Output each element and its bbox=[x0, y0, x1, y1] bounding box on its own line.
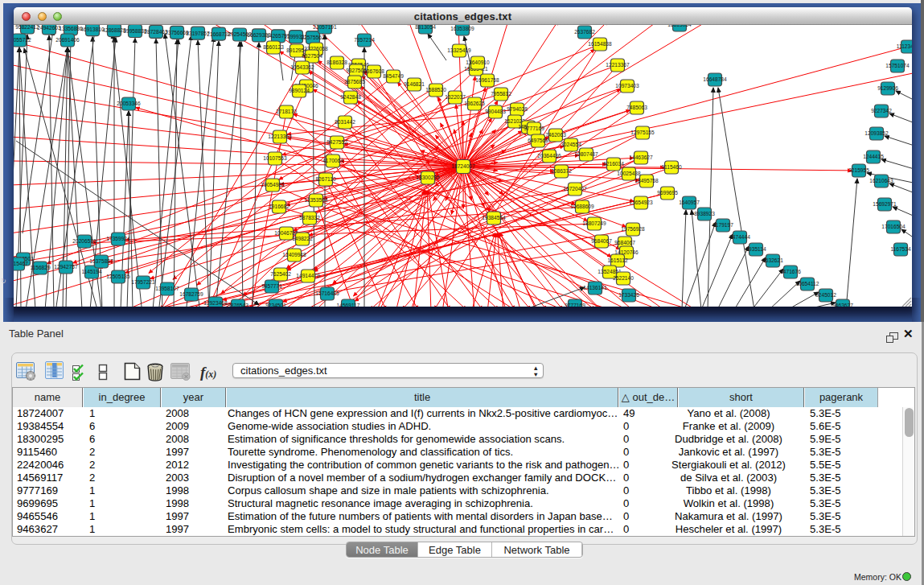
svg-text:9463627: 9463627 bbox=[832, 303, 853, 307]
svg-text:17016504: 17016504 bbox=[881, 224, 906, 229]
svg-text:9227342: 9227342 bbox=[871, 108, 892, 113]
svg-text:16210643: 16210643 bbox=[869, 178, 893, 183]
svg-text:13654923: 13654923 bbox=[629, 200, 653, 205]
svg-text:5878332: 5878332 bbox=[299, 215, 320, 220]
svg-text:16353809: 16353809 bbox=[450, 26, 474, 31]
svg-text:22575562: 22575562 bbox=[301, 35, 325, 40]
svg-text:9794028: 9794028 bbox=[507, 106, 528, 112]
svg-text:10046785: 10046785 bbox=[274, 230, 298, 236]
svg-text:16961758: 16961758 bbox=[475, 77, 499, 83]
svg-text:13958107: 13958107 bbox=[155, 286, 179, 291]
svg-text:8186328: 8186328 bbox=[326, 60, 347, 65]
svg-text:1322037: 1322037 bbox=[445, 94, 466, 100]
svg-text:3915467: 3915467 bbox=[14, 261, 28, 266]
svg-text:19756928: 19756928 bbox=[621, 226, 645, 232]
svg-text:1498222: 1498222 bbox=[292, 236, 313, 241]
svg-text:16720407: 16720407 bbox=[563, 186, 587, 192]
svg-text:9327504: 9327504 bbox=[302, 53, 322, 59]
svg-text:3875685: 3875685 bbox=[344, 79, 365, 84]
svg-text:12975155: 12975155 bbox=[630, 130, 655, 135]
svg-text:9684067: 9684067 bbox=[614, 240, 635, 245]
svg-text:20206576: 20206576 bbox=[72, 238, 97, 244]
svg-text:6497568: 6497568 bbox=[528, 138, 548, 143]
svg-text:2935114: 2935114 bbox=[745, 246, 766, 252]
svg-text:9245012: 9245012 bbox=[815, 292, 836, 298]
svg-text:11353594: 11353594 bbox=[305, 197, 328, 203]
svg-text:20691406: 20691406 bbox=[55, 37, 80, 43]
svg-text:6179197: 6179197 bbox=[713, 222, 733, 228]
svg-text:9684067: 9684067 bbox=[591, 238, 612, 244]
svg-text:9699695: 9699695 bbox=[657, 190, 678, 196]
svg-text:12505135: 12505135 bbox=[106, 274, 130, 279]
svg-text:12923468: 12923468 bbox=[203, 300, 228, 306]
svg-text:9234501: 9234501 bbox=[265, 303, 286, 307]
svg-text:1615112: 1615112 bbox=[607, 257, 628, 263]
svg-text:1156829: 1156829 bbox=[30, 265, 51, 270]
svg-text:17957223: 17957223 bbox=[131, 279, 155, 285]
svg-text:95822412: 95822412 bbox=[15, 25, 39, 30]
svg-text:18813054: 18813054 bbox=[667, 25, 692, 27]
svg-text:2086372: 2086372 bbox=[551, 168, 572, 174]
svg-text:14136141: 14136141 bbox=[583, 285, 607, 290]
svg-text:10543362: 10543362 bbox=[290, 64, 314, 70]
svg-text:1588520: 1588520 bbox=[425, 87, 446, 93]
svg-text:7462063: 7462063 bbox=[545, 132, 566, 138]
svg-text:10107553: 10107553 bbox=[263, 155, 287, 161]
svg-text:9146821: 9146821 bbox=[404, 81, 425, 87]
svg-text:1362625: 1362625 bbox=[464, 101, 485, 106]
svg-text:20053346: 20053346 bbox=[117, 101, 141, 106]
svg-text:6216034: 6216034 bbox=[603, 161, 624, 167]
svg-text:24055712: 24055712 bbox=[14, 37, 31, 43]
svg-text:12213367: 12213367 bbox=[606, 62, 630, 68]
svg-text:21057191: 21057191 bbox=[313, 25, 337, 30]
svg-text:9129906: 9129906 bbox=[877, 85, 898, 91]
svg-text:15692971: 15692971 bbox=[873, 201, 897, 207]
svg-text:18495758: 18495758 bbox=[634, 178, 659, 183]
svg-text:19384554: 19384554 bbox=[482, 215, 506, 220]
svg-text:1733426: 1733426 bbox=[618, 292, 639, 298]
svg-text:19054985: 19054985 bbox=[261, 182, 285, 187]
svg-text:8813054: 8813054 bbox=[415, 25, 436, 30]
svg-text:9427552: 9427552 bbox=[326, 139, 347, 145]
svg-text:10688609: 10688609 bbox=[570, 204, 594, 209]
svg-text:24942603: 24942603 bbox=[37, 25, 61, 31]
svg-text:8267110: 8267110 bbox=[315, 176, 336, 182]
svg-text:14914479: 14914479 bbox=[296, 273, 320, 278]
svg-text:9777169: 9777169 bbox=[524, 126, 544, 131]
svg-text:1145194: 1145194 bbox=[81, 269, 102, 274]
svg-text:14463627: 14463627 bbox=[629, 154, 653, 160]
svg-text:11123456: 11123456 bbox=[897, 43, 912, 49]
svg-text:12942757: 12942757 bbox=[54, 264, 78, 270]
svg-text:14569117: 14569117 bbox=[337, 303, 360, 307]
svg-text:9242848: 9242848 bbox=[340, 94, 361, 100]
svg-text:10973403: 10973403 bbox=[615, 83, 639, 89]
svg-text:13640910: 13640910 bbox=[466, 60, 490, 65]
svg-text:1916682: 1916682 bbox=[269, 204, 290, 209]
svg-text:1167534: 1167534 bbox=[890, 246, 911, 252]
svg-text:12093852: 12093852 bbox=[864, 130, 889, 136]
svg-text:3024554: 3024554 bbox=[561, 142, 581, 147]
svg-text:3215955: 3215955 bbox=[848, 167, 869, 173]
svg-text:46913810: 46913810 bbox=[80, 27, 105, 32]
svg-text:2637682: 2637682 bbox=[574, 29, 595, 35]
svg-text:7625402: 7625402 bbox=[270, 271, 291, 277]
svg-text:12409948: 12409948 bbox=[282, 252, 306, 257]
svg-text:8031442: 8031442 bbox=[335, 119, 355, 125]
svg-text:18300295: 18300295 bbox=[416, 175, 440, 180]
svg-text:20364436: 20364436 bbox=[537, 153, 561, 159]
svg-text:8938923: 8938923 bbox=[694, 211, 715, 216]
svg-text:15716485: 15716485 bbox=[315, 290, 339, 296]
svg-text:15751074: 15751074 bbox=[885, 63, 910, 68]
svg-text:9474444: 9474444 bbox=[729, 234, 750, 240]
svg-text:10654112: 10654112 bbox=[796, 281, 819, 286]
svg-text:4170064: 4170064 bbox=[322, 158, 343, 163]
svg-text:8454749: 8454749 bbox=[383, 73, 404, 79]
svg-text:7357214: 7357214 bbox=[354, 37, 375, 43]
svg-text:9457771: 9457771 bbox=[261, 283, 282, 289]
svg-text:8471676: 8471676 bbox=[780, 269, 801, 274]
svg-text:1244415: 1244415 bbox=[863, 154, 884, 159]
svg-text:9115460: 9115460 bbox=[661, 164, 682, 170]
svg-text:7485063: 7485063 bbox=[626, 105, 647, 110]
svg-text:2718170: 2718170 bbox=[276, 109, 297, 114]
svg-text:9904483: 9904483 bbox=[485, 109, 506, 114]
